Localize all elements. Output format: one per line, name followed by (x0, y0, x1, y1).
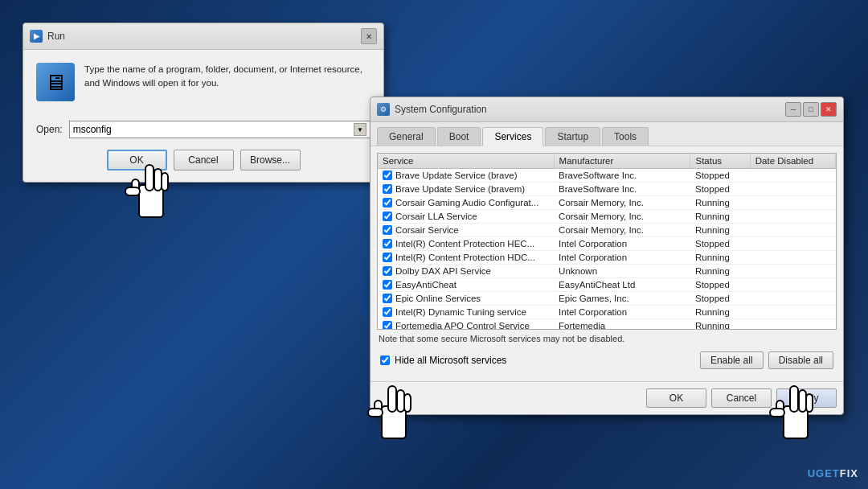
column-header-date-disabled[interactable]: Date Disabled (750, 154, 835, 169)
column-header-service[interactable]: Service (378, 154, 554, 169)
service-checkbox-1[interactable] (383, 184, 392, 194)
tab-boot[interactable]: Boot (437, 127, 481, 146)
table-row: Brave Update Service (brave) BraveSoftwa… (378, 169, 836, 183)
manufacturer-cell-2: Corsair Memory, Inc. (554, 196, 690, 210)
sysconfig-ok-button[interactable]: OK (646, 388, 706, 408)
run-open-label: Open: (36, 124, 63, 135)
sysconfig-cancel-button[interactable]: Cancel (711, 388, 772, 408)
service-cell-5: Intel(R) Content Protection HEC... (378, 237, 554, 251)
run-titlebar: ▶ Run ✕ (23, 23, 383, 50)
hide-ms-checkbox[interactable] (380, 355, 390, 365)
hide-ms-row: Hide all Microsoft services (379, 352, 508, 368)
run-app-icon: ▶ (30, 30, 43, 43)
service-checkbox-3[interactable] (383, 212, 392, 221)
table-row: Epic Online Services Epic Games, Inc. St… (378, 292, 836, 306)
service-checkbox-8[interactable] (383, 280, 392, 290)
table-row: Intel(R) Content Protection HDC... Intel… (378, 251, 836, 265)
manufacturer-cell-1: BraveSoftware Inc. (554, 183, 690, 196)
tabs-row: General Boot Services Startup Tools (371, 122, 843, 146)
action-buttons-row: Enable all Disable all (698, 348, 835, 372)
services-tbody: Brave Update Service (brave) BraveSoftwa… (378, 169, 836, 331)
service-cell-9: Epic Online Services (378, 292, 554, 306)
service-checkbox-5[interactable] (383, 239, 392, 249)
service-checkbox-9[interactable] (383, 294, 392, 303)
date-cell-2 (750, 196, 835, 210)
run-cancel-button[interactable]: Cancel (174, 150, 234, 171)
service-name-9: Epic Online Services (395, 294, 481, 303)
service-name-3: Corsair LLA Service (395, 212, 477, 221)
service-cell-6: Intel(R) Content Protection HDC... (378, 251, 554, 265)
watermark-suffix: FIX (840, 467, 858, 479)
services-table: Service Manufacturer Status Date Disable… (378, 154, 836, 330)
status-cell-11: Running (690, 319, 750, 331)
date-cell-9 (750, 292, 835, 306)
service-checkbox-7[interactable] (383, 266, 392, 276)
status-cell-10: Running (690, 306, 750, 319)
sysconfig-apply-button[interactable]: Apply (776, 388, 837, 408)
run-body: Type the name of a program, folder, docu… (23, 50, 383, 114)
sysconfig-close-button[interactable]: ✕ (821, 102, 837, 117)
service-checkbox-10[interactable] (383, 307, 392, 317)
table-row: EasyAntiCheat EasyAntiCheat Ltd Stopped (378, 278, 836, 292)
tab-startup[interactable]: Startup (545, 127, 600, 146)
sysconfig-maximize-button[interactable]: □ (803, 102, 819, 117)
sysconfig-minimize-button[interactable]: ─ (785, 102, 801, 117)
run-dropdown-button[interactable]: ▼ (354, 123, 366, 136)
run-ok-button[interactable]: OK (107, 150, 167, 171)
tab-services[interactable]: Services (482, 127, 543, 146)
services-table-wrapper[interactable]: Service Manufacturer Status Date Disable… (377, 153, 837, 330)
run-buttons: OK Cancel Browse... (23, 142, 383, 182)
status-cell-0: Stopped (690, 169, 750, 183)
run-titlebar-left: ▶ Run (30, 30, 65, 43)
service-cell-0: Brave Update Service (brave) (378, 169, 554, 183)
table-row: Corsair Service Corsair Memory, Inc. Run… (378, 224, 836, 237)
watermark: UGETFIX (808, 467, 858, 479)
table-row: Intel(R) Content Protection HEC... Intel… (378, 237, 836, 251)
table-row: Corsair LLA Service Corsair Memory, Inc.… (378, 210, 836, 224)
manufacturer-cell-7: Unknown (554, 265, 690, 278)
column-header-manufacturer[interactable]: Manufacturer (554, 154, 690, 169)
table-row: Fortemedia APO Control Service Fortemedi… (378, 319, 836, 331)
service-cell-3: Corsair LLA Service (378, 210, 554, 224)
service-cell-10: Intel(R) Dynamic Tuning service (378, 306, 554, 319)
service-name-4: Corsair Service (395, 225, 459, 235)
service-name-11: Fortemedia APO Control Service (395, 321, 530, 330)
manufacturer-cell-10: Intel Corporation (554, 306, 690, 319)
service-cell-8: EasyAntiCheat (378, 278, 554, 292)
run-browse-button[interactable]: Browse... (240, 150, 301, 171)
service-cell-2: Corsair Gaming Audio Configurat... (378, 196, 554, 210)
service-name-5: Intel(R) Content Protection HEC... (395, 239, 534, 249)
table-row: Corsair Gaming Audio Configurat... Corsa… (378, 196, 836, 210)
date-cell-8 (750, 278, 835, 292)
run-open-row: Open: ▼ (23, 114, 383, 142)
watermark-prefix: UGET (808, 467, 840, 479)
tab-tools[interactable]: Tools (602, 127, 649, 146)
service-cell-11: Fortemedia APO Control Service (378, 319, 554, 331)
column-header-status[interactable]: Status (690, 154, 750, 169)
status-cell-8: Stopped (690, 278, 750, 292)
service-checkbox-4[interactable] (383, 225, 392, 235)
status-cell-6: Running (690, 251, 750, 265)
date-cell-4 (750, 224, 835, 237)
status-cell-4: Running (690, 224, 750, 237)
service-checkbox-0[interactable] (383, 171, 392, 180)
service-checkbox-2[interactable] (383, 198, 392, 208)
status-cell-3: Running (690, 210, 750, 224)
status-cell-9: Stopped (690, 292, 750, 306)
service-checkbox-6[interactable] (383, 253, 392, 262)
status-cell-5: Stopped (690, 237, 750, 251)
run-computer-icon (36, 63, 75, 101)
service-checkbox-11[interactable] (383, 321, 392, 330)
service-name-1: Brave Update Service (bravem) (395, 184, 525, 194)
tab-general[interactable]: General (377, 127, 436, 146)
run-close-button[interactable]: ✕ (361, 28, 377, 44)
date-cell-0 (750, 169, 835, 183)
run-input-wrapper: ▼ (69, 121, 371, 138)
run-input[interactable] (73, 124, 354, 135)
disable-all-button[interactable]: Disable all (768, 351, 833, 369)
service-name-6: Intel(R) Content Protection HDC... (395, 253, 535, 262)
service-cell-1: Brave Update Service (bravem) (378, 183, 554, 196)
enable-all-button[interactable]: Enable all (700, 351, 764, 369)
hide-ms-label: Hide all Microsoft services (395, 355, 506, 366)
table-row: Brave Update Service (bravem) BraveSoftw… (378, 183, 836, 196)
